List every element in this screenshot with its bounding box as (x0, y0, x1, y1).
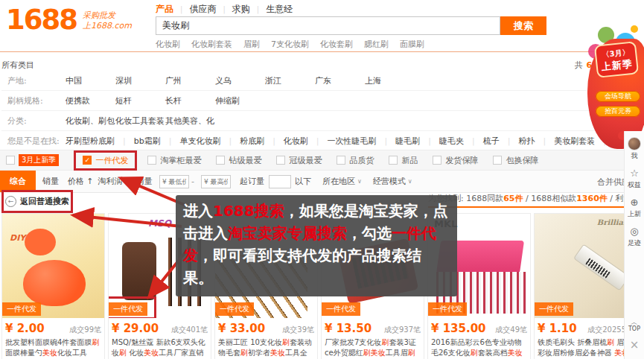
quick-filter[interactable]: 钻级最爱 (216, 155, 261, 166)
quick-filter[interactable]: 包换保障 (493, 155, 538, 166)
moq-input[interactable] (269, 175, 291, 188)
product-price: ¥ 29.00 (112, 322, 159, 335)
eye-icon: ◎ (630, 226, 638, 238)
filter-option[interactable]: 长杆 (165, 95, 215, 107)
filter-option[interactable]: 浙江 (265, 75, 315, 86)
title-segment: 套装高档 (478, 349, 508, 357)
filter-option[interactable]: 其他美容、化 (165, 115, 215, 127)
title-segment: 彩妆眉粉修眉必备神器 (538, 349, 614, 357)
checkbox[interactable] (6, 156, 15, 165)
suggestion-link[interactable]: 化妆刷 (156, 39, 180, 50)
suggestion-link[interactable]: 7支化妆刷 (271, 39, 309, 50)
filter-option[interactable]: 短杆 (115, 95, 165, 107)
filter-option[interactable]: bb霜刷 (134, 136, 161, 147)
checkbox[interactable] (493, 156, 502, 165)
suggestion-link[interactable]: 眉刷 (243, 39, 260, 50)
filter-option[interactable]: 义乌 (215, 75, 265, 86)
search-button[interactable]: 搜索 (500, 16, 546, 35)
checkbox[interactable] (337, 156, 345, 165)
quick-filter-label: 3月上新季 (19, 154, 59, 166)
nav-tab[interactable]: 生意经 (259, 3, 299, 16)
rail-item[interactable]: ◎足迹 (628, 226, 641, 248)
search-input[interactable] (156, 17, 500, 34)
sort-tab[interactable]: 价格 ↑ (66, 171, 95, 192)
nav-tab[interactable]: 供应商 (182, 3, 223, 16)
checkbox[interactable] (433, 156, 441, 165)
product-card[interactable]: Brilliant一件代发¥ 1.10成交20255笔铁质毛刷头 折叠眉梳刷 眉… (534, 213, 637, 359)
header-divider (0, 51, 644, 52)
sort-tab[interactable]: 淘销量 (125, 171, 155, 192)
quick-filter[interactable]: ✓一件代发 (74, 150, 137, 171)
quick-filter[interactable]: 发货保障 (433, 155, 478, 166)
filter-option[interactable]: 便携款 (66, 95, 115, 107)
nav-tab[interactable]: 求购 (226, 3, 257, 16)
tooltip-segment: ，勾选 (347, 224, 392, 242)
title-segment: 工具眉 (386, 349, 408, 357)
close-icon[interactable]: × (630, 338, 640, 352)
sort-tab[interactable]: 销量 (36, 171, 66, 192)
option-separator: | (428, 136, 431, 146)
checkbox[interactable]: ✓ (83, 156, 92, 165)
promo-button[interactable]: 抢百元券 (596, 106, 640, 117)
sort-tab[interactable]: 淘利润 (95, 171, 125, 192)
march-new-season-badge[interactable]: 〈3月〉 上新季 (594, 41, 639, 78)
found-summary[interactable]: 为您找到: 1688同款65件 / 1688相似款1360件 / 利润空间100… (428, 193, 625, 208)
quick-filter[interactable]: 淘掌柜最爱 (147, 155, 201, 166)
filter-option[interactable]: 伸缩刷 (215, 95, 265, 107)
price-max-input[interactable] (201, 175, 231, 188)
checkbox[interactable] (276, 156, 285, 165)
quick-filter[interactable]: 品质货 (337, 155, 374, 166)
all-categories-label[interactable]: 所有类目 (1, 60, 34, 71)
title-segment: 刷 (363, 349, 371, 357)
product-card[interactable]: DIY一件代发¥ 2.00成交99笔批发塑料面膜碗4件套面膜刷面膜棒量勺美妆化妆… (1, 213, 105, 359)
back-to-top-button[interactable]: ︿ TOP (628, 320, 640, 332)
rail-item[interactable]: ☆权益 (628, 168, 641, 190)
filter-option[interactable]: 化妆工具套装 (115, 115, 165, 127)
price-min-input[interactable] (159, 175, 189, 188)
filter-option[interactable]: 化妆刷、刷包 (66, 115, 115, 127)
filter-option[interactable]: 单支化妆刷 (179, 136, 220, 147)
title-segment: 刷 (240, 349, 248, 357)
rail-item[interactable]: 我 (628, 137, 641, 161)
consignment-badge: 一件代发 (322, 302, 360, 316)
quick-filter[interactable]: 冠级最爱 (276, 155, 322, 166)
region-dropdown[interactable]: 所在地区∨ (322, 176, 362, 187)
filter-option[interactable]: 广东 (315, 75, 365, 86)
filter-option[interactable]: 美妆刷套装 (554, 136, 595, 147)
product-price: ¥ 1.10 (538, 322, 577, 335)
filter-option[interactable]: 广州 (165, 75, 215, 86)
filter-option[interactable]: 牙刷型粉底刷 (66, 136, 115, 147)
filter-option[interactable]: 化妆刷 (284, 136, 308, 147)
mode-dropdown[interactable]: 经营模式∨ (373, 176, 412, 187)
nav-tab[interactable]: 产品 (156, 3, 180, 16)
filter-option[interactable]: 粉扑 (518, 136, 535, 147)
suggestion-link[interactable]: 化妆套刷 (320, 39, 353, 50)
filter-option[interactable]: 粉底刷 (240, 136, 264, 147)
sort-tab[interactable]: 综合 (0, 171, 36, 192)
filter-option[interactable]: 一次性睫毛刷 (328, 136, 377, 147)
product-title: MSQ/魅丝蔻 新款6支双头化妆刷 化妆美妆工具厂家直销 天猫热卖 (109, 336, 211, 359)
quick-filter-bar: 3月上新季✓一件代发淘掌柜最爱钻级最爱冠级最爱品质货新品发货保障包换保障 (0, 150, 624, 171)
checkbox[interactable] (389, 156, 398, 165)
filter-option[interactable]: 上海 (365, 75, 415, 86)
option-separator: | (316, 136, 319, 146)
filter-option[interactable]: 梳子 (483, 136, 500, 147)
promo-button[interactable]: 会场导航 (596, 91, 640, 102)
quick-filter[interactable]: 3月上新季 (6, 154, 59, 166)
filter-option[interactable]: 美妆刷 套 (614, 136, 624, 147)
checkbox[interactable] (216, 156, 225, 165)
filter-option[interactable]: 中国 (66, 75, 115, 86)
title-segment: 厂家批发7支化妆 (325, 338, 381, 346)
filter-option[interactable]: 睫毛刷 (395, 136, 420, 147)
suggestion-link[interactable]: 腮红刷 (364, 39, 389, 50)
checkbox[interactable] (147, 156, 156, 165)
suggestion-link[interactable]: 化妆刷套装 (191, 39, 232, 50)
filter-option[interactable]: 睫毛夹 (439, 136, 464, 147)
back-to-normal-search-button[interactable]: ← 返回普通搜索 (1, 190, 73, 213)
filter-option[interactable]: 深圳 (115, 75, 165, 86)
rail-item[interactable]: ⊕上新 (628, 197, 641, 219)
site-logo[interactable]: 1688 采购批发 上1688.com (6, 4, 132, 36)
suggestion-link[interactable]: 面膜刷 (400, 39, 424, 50)
filter-row-label: 刷柄规格: (1, 95, 66, 107)
quick-filter[interactable]: 新品 (389, 155, 418, 166)
